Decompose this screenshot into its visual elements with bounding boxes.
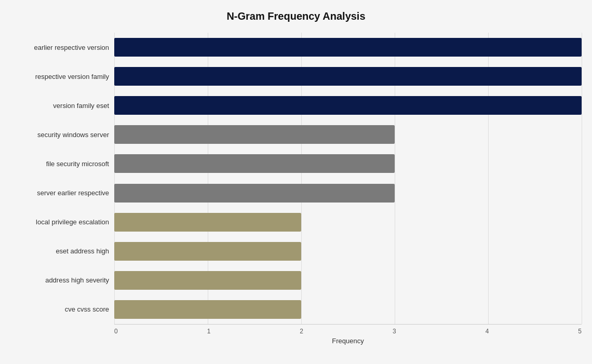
bar: [114, 67, 582, 86]
x-tick: 0: [114, 328, 118, 335]
bars-wrapper: [114, 33, 582, 324]
bar: [114, 154, 395, 173]
gridline: [582, 33, 582, 324]
bar: [114, 213, 301, 232]
y-label: file security microsoft: [10, 151, 114, 176]
y-label: earlier respective version: [10, 35, 114, 60]
y-label: eset address high: [10, 239, 114, 264]
chart-title: N-Gram Frequency Analysis: [10, 10, 582, 22]
y-axis-labels: earlier respective versionrespective ver…: [10, 33, 114, 324]
y-label: version family eset: [10, 93, 114, 118]
plot-area: [114, 33, 582, 324]
bar: [114, 38, 582, 57]
chart-container: N-Gram Frequency Analysis earlier respec…: [0, 0, 592, 364]
x-axis-ticks: 012345: [114, 328, 582, 335]
bar: [114, 300, 301, 319]
y-label: cve cvss score: [10, 297, 114, 322]
bar: [114, 184, 395, 203]
x-axis: 012345 Frequency: [114, 324, 582, 345]
x-tick: 3: [393, 328, 396, 335]
y-label: local privilege escalation: [10, 210, 114, 235]
x-tick: 4: [486, 328, 489, 335]
bar: [114, 271, 301, 290]
x-tick: 1: [207, 328, 211, 335]
bar: [114, 96, 582, 115]
bar: [114, 242, 301, 261]
x-tick: 5: [578, 328, 582, 335]
y-label: address high severity: [10, 268, 114, 293]
x-axis-label: Frequency: [114, 337, 582, 345]
x-tick: 2: [300, 328, 303, 335]
y-label: respective version family: [10, 64, 114, 89]
bar: [114, 125, 395, 144]
y-label: server earlier respective: [10, 181, 114, 206]
y-label: security windows server: [10, 122, 114, 147]
